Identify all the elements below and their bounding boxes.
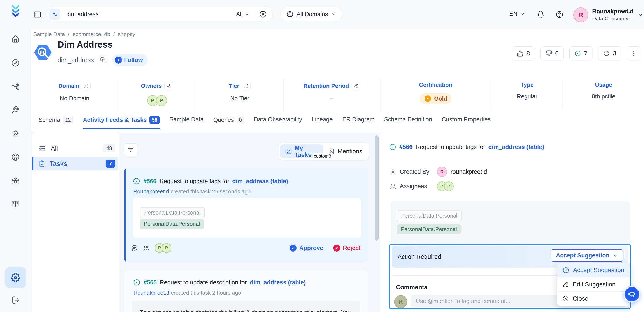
edit-pencil-icon[interactable] [164,82,173,90]
all-domains-button[interactable]: All Domains [280,7,342,22]
tier-value: No Tier [230,95,249,102]
edit-pencil-icon[interactable] [82,82,90,90]
assignees-people-icon[interactable] [143,244,150,251]
page-title: Dim Address [58,40,112,50]
bigquery-table-icon [32,42,54,63]
task-target-link[interactable]: dim_address (table) [250,279,306,286]
tab-schema-definition[interactable]: Schema Definition [384,116,432,127]
feed-scrollbar[interactable] [375,135,378,241]
approve-button[interactable]: Approve [290,244,323,251]
tab-schema[interactable]: Schema12 [38,116,73,128]
menu-item-edit-suggestion[interactable]: Edit Suggestion [557,277,630,291]
domain-label-link[interactable]: Domain [58,82,90,90]
tab-activity-feeds-tasks[interactable]: Activity Feeds & Tasks58 [83,116,160,129]
created-by-row: Created By R rounakpreet.d [390,167,487,177]
reject-button[interactable]: Reject [333,244,360,251]
breadcrumb-database[interactable]: ecommerce_db [72,31,110,38]
tab-er-diagram[interactable]: ER Diagram [342,116,375,127]
breadcrumb-connection[interactable]: Sample Data [33,31,65,38]
refresh-count: 3 [613,50,616,57]
tab-data-observability[interactable]: Data Observability [254,116,302,127]
help-icon[interactable] [556,11,564,19]
sidebar-toggle-icon[interactable] [34,11,42,19]
nav-item-all[interactable]: All 48 [33,141,118,155]
suggestion-dropdown-menu: Accept Suggestion Edit Suggestion Close [557,263,630,306]
tab-custom-properties[interactable]: Custom Properties [442,116,491,127]
search-scope-dropdown[interactable]: All [236,11,250,18]
menu-item-close[interactable]: Close [557,292,630,306]
copy-icon[interactable] [98,55,108,65]
assignee-avatar: P [162,243,171,253]
edit-pencil-icon[interactable] [242,82,250,90]
task-author-link[interactable]: Rounakpreet.d [133,188,169,195]
follow-button[interactable]: ★ Follow [112,54,148,66]
domain-value: No Domain [60,95,89,102]
tab-lineage[interactable]: Lineage [312,116,332,127]
dislike-button[interactable]: 0 [540,47,564,61]
globe-icon[interactable] [11,152,20,162]
nav-tasks-count: 7 [106,160,115,168]
task-author-link[interactable]: Rounakpreet.d [134,290,169,296]
refresh-button[interactable]: 3 [598,47,621,61]
topbar: All All Domains EN R Rounakpreet.d Data … [31,0,644,29]
status-circle-icon [574,50,581,57]
certification-label-link[interactable]: Certification [419,82,452,88]
user-role: Data Consumer [592,16,634,22]
compass-discover-icon[interactable] [11,58,20,68]
nav-all-count: 48 [103,144,115,152]
detail-target-link[interactable]: dim_address (table) [488,144,544,150]
like-button[interactable]: 8 [512,47,535,61]
metadata-retention: Retention Period -- [284,79,380,112]
global-search[interactable]: All [46,6,273,22]
filter-button[interactable] [124,143,137,157]
governance-bank-icon[interactable] [11,176,20,186]
task-meta-text: created this task 25 seconds ago [171,188,251,195]
card-accent-bar [124,168,126,262]
settings-gear-icon[interactable] [5,267,26,288]
removed-tag: PersonalData.Personal [397,210,462,221]
glossary-book-icon[interactable] [11,199,20,209]
search-input[interactable] [66,11,207,18]
metadata-strip: Domain No Domain Owners P P Tier No Tier [31,79,644,112]
task-target-link[interactable]: dim_address (table) [232,178,288,185]
app-logo[interactable] [8,5,22,19]
tab-bar: Schema12 Activity Feeds & Tasks58 Sample… [38,116,644,132]
home-icon[interactable] [11,34,20,44]
metadata-domain: Domain No Domain [31,79,118,112]
ai-sparkles-icon[interactable] [49,9,60,20]
user-menu[interactable]: R Rounakpreet.d Data Consumer [573,8,643,22]
breadcrumb-schema[interactable]: shopify [118,31,135,38]
pencil-icon [562,281,569,287]
detail-task-id[interactable]: #566 [399,144,412,150]
edit-pencil-icon[interactable] [352,82,360,90]
logout-icon[interactable] [11,295,20,305]
notifications-bell-icon[interactable] [537,11,545,19]
retention-label-link[interactable]: Retention Period [304,82,360,90]
insights-bulb-icon[interactable] [11,129,20,138]
more-actions-button[interactable] [627,47,640,61]
usage-label-link[interactable]: Usage [595,82,612,88]
globe-icon [286,11,294,18]
nav-item-tasks[interactable]: Tasks 7 [32,157,118,171]
comment-icon[interactable] [131,244,138,251]
task-card-565[interactable]: #565 Request to update description for d… [124,270,368,312]
owners-label-link[interactable]: Owners [141,82,173,90]
clear-search-icon[interactable] [259,11,267,18]
task-meta-text: created this task 2 hours ago [171,290,241,296]
tab-queries[interactable]: Queries0 [213,116,244,128]
task-card-566[interactable]: #566 Request to update tags for dim_addr… [124,168,368,262]
chatbot-fab[interactable] [624,286,640,302]
hierarchy-icon[interactable] [11,82,20,91]
menu-item-accept-suggestion[interactable]: Accept Suggestion [557,263,630,277]
tier-label-link[interactable]: Tier [229,82,250,90]
watchers-button[interactable]: 7 [570,47,592,61]
accept-suggestion-dropdown-button[interactable]: Accept Suggestion [550,249,624,262]
language-selector[interactable]: EN [509,11,525,17]
tab-sample-data[interactable]: Sample Data [169,116,204,127]
robot-icon [627,290,636,299]
creator-name[interactable]: rounakpreet.d [450,169,487,175]
task-status-icon [133,279,140,286]
profiling-search-icon[interactable] [11,105,20,115]
added-tag: PersonalData.Personal [140,219,204,229]
type-label-link[interactable]: Type [520,82,534,88]
